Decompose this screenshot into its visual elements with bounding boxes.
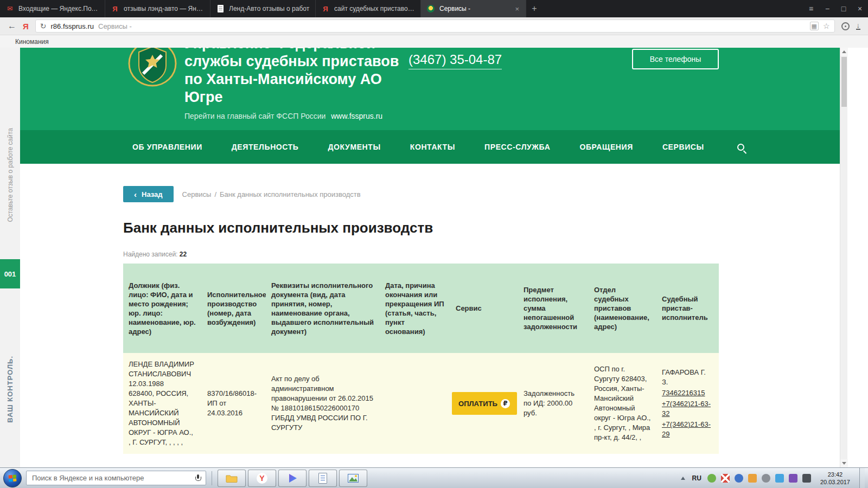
debtor-address: 628400, РОССИЯ, ХАНТЫ-МАНСИЙСКИЙ АВТОНОМ… xyxy=(129,389,196,447)
tray-volume-icon[interactable] xyxy=(802,474,811,483)
bookmarks-bar: Киномания xyxy=(0,35,868,48)
tab-reviews-search[interactable]: Я отзывы лэнд-авто — Яндек xyxy=(105,0,210,17)
play-icon xyxy=(287,473,298,484)
pay-button[interactable]: ОПЛАТИТЬ ₽ xyxy=(452,392,517,415)
scrollbar-down-arrow[interactable] xyxy=(840,459,848,467)
back-nav-icon[interactable]: ← xyxy=(8,22,16,30)
taskbar-search-input[interactable]: Поиск в Яндексе и на компьютере xyxy=(26,471,206,485)
main-site-line: Перейти на главный сайт ФССП России www.… xyxy=(184,112,382,120)
taskbar-separator xyxy=(212,471,212,485)
scrollbar-up-arrow[interactable] xyxy=(840,48,848,56)
microphone-icon[interactable] xyxy=(195,474,200,481)
windows-taskbar: Поиск в Яндексе и на компьютере Y xyxy=(0,467,868,488)
tab-services-active[interactable]: Сервисы - × xyxy=(421,0,526,17)
taskbar-apps: Y xyxy=(218,470,367,487)
document-icon xyxy=(318,473,327,484)
breadcrumb-separator: / xyxy=(214,190,216,198)
maximize-icon[interactable]: □ xyxy=(835,0,852,17)
scrollbar-thumb[interactable] xyxy=(841,57,847,107)
mail-icon: ✉ xyxy=(5,4,14,13)
nav-item-services[interactable]: СЕРВИСЫ xyxy=(648,143,719,151)
nav-item-contacts[interactable]: КОНТАКТЫ xyxy=(395,143,470,151)
cell-bailiff: ГАФАРОВА Г. З. 73462216315 +7(3462)21-63… xyxy=(656,353,719,454)
nav-item-press[interactable]: ПРЕСС-СЛУЖБА xyxy=(470,143,565,151)
chevron-left-icon: ‹ xyxy=(134,190,137,199)
taskbar-app-explorer[interactable] xyxy=(218,470,246,487)
tray-error-icon[interactable] xyxy=(721,474,730,483)
nav-item-appeals[interactable]: ОБРАЩЕНИЯ xyxy=(565,143,647,151)
clock[interactable]: 23:42 20.03.2017 xyxy=(820,471,850,486)
tab-yandex-mail[interactable]: ✉ Входящие — Яндекс.Почта xyxy=(0,0,105,17)
main-navigation: ОБ УПРАВЛЕНИИ ДЕЯТЕЛЬНОСТЬ ДОКУМЕНТЫ КОН… xyxy=(20,130,840,164)
tray-hidden-icons-chevron[interactable] xyxy=(679,474,687,483)
bookmark-star-icon[interactable]: ☆ xyxy=(823,22,830,30)
site-header: Управление Федеральной службы судебных п… xyxy=(20,48,840,130)
language-indicator[interactable]: RU xyxy=(692,474,701,482)
tray-antivirus-icon[interactable] xyxy=(707,474,716,483)
pay-button-label: ОПЛАТИТЬ xyxy=(458,400,497,408)
scrollbar[interactable] xyxy=(840,48,847,467)
taskbar-app-media-player[interactable] xyxy=(278,470,307,487)
site-title-line: по Ханты-Мансийскому АО xyxy=(184,70,399,88)
browser-menu-icon[interactable]: ≡ xyxy=(803,0,819,17)
taskbar-app-document[interactable] xyxy=(309,470,337,487)
advisor-icon[interactable] xyxy=(841,22,850,30)
phone-link[interactable]: (3467) 35-04-87 xyxy=(409,52,502,69)
new-tab-button[interactable]: + xyxy=(526,0,542,17)
bailiff-phone-link[interactable]: +7(3462)21-63-29 xyxy=(662,420,713,439)
nav-item-documents[interactable]: ДОКУМЕНТЫ xyxy=(314,143,395,151)
site-title-clipped-line: Управление Федеральной xyxy=(184,48,399,53)
browser-toolbar: ← Я ↻ r86.fssprus.ru Сервисы - ▦ ☆ ↓ xyxy=(0,17,868,35)
tray-music-icon[interactable] xyxy=(789,474,797,483)
nav-item-activity[interactable]: ДЕЯТЕЛЬНОСТЬ xyxy=(217,143,314,151)
yandex-browser-icon: Y xyxy=(257,473,267,484)
search-icon[interactable] xyxy=(737,144,744,151)
tab-close-icon[interactable]: × xyxy=(514,5,520,13)
vash-control-label[interactable]: ВАШ КОНТРОЛЬ. xyxy=(6,356,14,423)
all-phones-button[interactable]: Все телефоны xyxy=(632,49,719,69)
yandex-icon: Я xyxy=(321,4,330,13)
breadcrumb-services-link[interactable]: Сервисы xyxy=(182,190,212,198)
tab-lend-auto[interactable]: Ленд-Авто отзывы о работ xyxy=(210,0,316,17)
taskbar-app-yandex-browser[interactable]: Y xyxy=(248,470,276,487)
col-header-termination: Дата, причина окончания или прекращения … xyxy=(380,264,450,353)
bailiff-phone-link[interactable]: 73462216315 xyxy=(662,388,705,398)
start-button[interactable] xyxy=(3,469,22,487)
address-bar[interactable]: ↻ r86.fssprus.ru Сервисы - ▦ ☆ xyxy=(35,20,835,33)
extensions-icon[interactable]: ▦ xyxy=(810,22,819,30)
tab-title: сайт судебных приставов с xyxy=(334,5,415,12)
cell-department: ОСП по г. Сургуту 628403, Россия, Ханты-… xyxy=(589,353,656,454)
cell-debtor: ЛЕНДЕ ВЛАДИМИР СТАНИСЛАВОВИЧ 12.03.1988 … xyxy=(123,353,202,454)
debtor-birthdate: 12.03.1988 xyxy=(129,379,164,389)
yandex-home-icon[interactable]: Я xyxy=(23,22,29,31)
bookmark-kinomaniya[interactable]: Киномания xyxy=(15,38,49,46)
refresh-icon[interactable]: ↻ xyxy=(40,22,47,30)
minimize-icon[interactable]: − xyxy=(819,0,835,17)
bailiff-phone-link[interactable]: +7(3462)21-63-32 xyxy=(662,399,713,419)
clock-time: 23:42 xyxy=(820,471,850,478)
site-title-line: службы судебных приставов xyxy=(184,53,399,70)
show-desktop-button[interactable] xyxy=(859,468,865,488)
web-page: Управление Федеральной службы судебных п… xyxy=(20,48,840,467)
breadcrumb: Сервисы / Банк данных исполнительных про… xyxy=(182,190,361,198)
enforcement-table: Должник (физ. лицо: ФИО, дата и место ро… xyxy=(123,264,719,454)
col-header-proceeding: Исполнительное производство (номер, дата… xyxy=(202,264,266,353)
tray-cloud-icon[interactable] xyxy=(735,474,743,483)
taskbar-app-image-viewer[interactable] xyxy=(339,470,367,487)
close-icon[interactable]: × xyxy=(852,0,868,17)
fssp-emblem xyxy=(127,48,177,87)
nav-item-about[interactable]: ОБ УПРАВЛЕНИИ xyxy=(118,143,217,151)
main-site-link[interactable]: www.fssprus.ru xyxy=(331,112,382,120)
window-controls: ≡ − □ × xyxy=(803,0,868,17)
feedback-vertical-label[interactable]: Оставьте отзыв о работе сайта xyxy=(7,128,14,222)
back-button[interactable]: ‹ Назад xyxy=(123,186,174,202)
cell-termination xyxy=(380,353,450,454)
col-header-department: Отдел судебных приставов (наименование, … xyxy=(589,264,656,353)
tray-alert-icon[interactable] xyxy=(748,474,757,483)
tray-settings-icon[interactable] xyxy=(762,474,770,483)
col-header-subject: Предмет исполнения, сумма непогашенной з… xyxy=(518,264,589,353)
tray-network-icon[interactable] xyxy=(775,474,784,483)
tab-bailiffs-search[interactable]: Я сайт судебных приставов с xyxy=(316,0,421,17)
tab-title: Сервисы - xyxy=(439,5,509,12)
download-icon[interactable]: ↓ xyxy=(856,22,861,30)
